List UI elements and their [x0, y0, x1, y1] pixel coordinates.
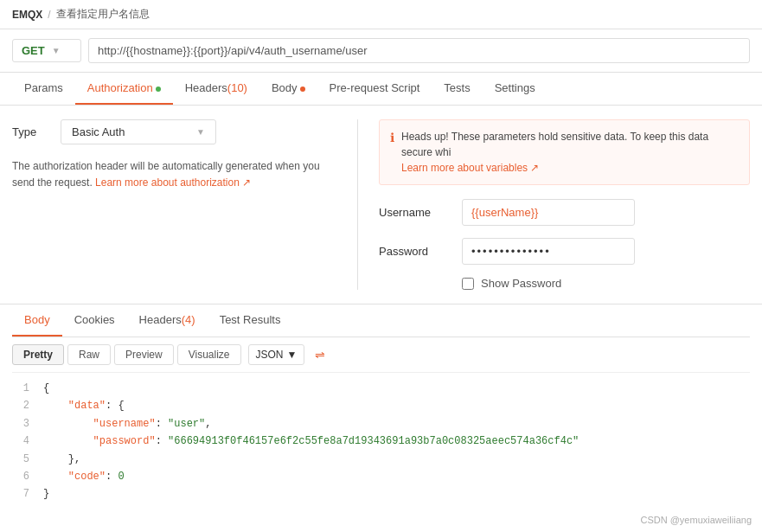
method-label: GET: [22, 44, 45, 57]
method-chevron-icon: ▼: [52, 46, 61, 55]
tab-tests[interactable]: Tests: [432, 73, 482, 105]
password-input[interactable]: [462, 238, 635, 265]
show-password-label: Show Password: [481, 277, 561, 290]
code-block: 1{2 "data": {3 "username": "user",4 "pas…: [12, 373, 750, 510]
info-content: Heads up! These parameters hold sensitiv…: [401, 129, 739, 176]
auth-left-panel: Type Basic Auth ▼ The authorization head…: [12, 119, 358, 290]
bottom-section: BodyCookiesHeaders(4)Test Results Pretty…: [0, 304, 762, 510]
request-tabs: ParamsAuthorizationHeaders(10)BodyPre-re…: [0, 73, 762, 106]
password-row: Password: [379, 238, 750, 265]
brand-label: EMQX: [12, 9, 42, 21]
code-line: 7}: [12, 485, 750, 503]
tab-headers[interactable]: Headers(10): [173, 73, 259, 105]
code-line: 5 },: [12, 451, 750, 468]
type-select-value: Basic Auth: [72, 125, 125, 138]
password-label: Password: [379, 245, 448, 258]
top-bar: EMQX / 查看指定用户名信息: [0, 0, 762, 29]
type-chevron-icon: ▼: [196, 127, 205, 137]
info-icon: ℹ: [390, 129, 394, 176]
bottom-tab-body[interactable]: Body: [12, 304, 62, 337]
username-input[interactable]: [462, 199, 635, 226]
line-content: "data": {: [43, 397, 125, 414]
tab-prerequest[interactable]: Pre-request Script: [317, 73, 432, 105]
main-content: Type Basic Auth ▼ The authorization head…: [0, 106, 762, 304]
code-line: 1{: [12, 380, 750, 397]
info-link[interactable]: Learn more about variables ↗: [401, 162, 539, 174]
code-line: 2 "data": {: [12, 397, 750, 414]
type-label: Type: [12, 125, 47, 138]
tab-settings[interactable]: Settings: [483, 73, 547, 105]
json-chevron-icon: ▼: [287, 349, 298, 361]
response-toolbar: PrettyRawPreviewVisualizeJSON ▼⇌: [12, 337, 750, 373]
line-content: "username": "user",: [43, 415, 211, 433]
bottom-tab-headers[interactable]: Headers(4): [127, 304, 208, 337]
line-num: 7: [12, 485, 29, 503]
bottom-tab-cookies[interactable]: Cookies: [62, 304, 127, 337]
line-num: 5: [12, 451, 29, 468]
line-num: 3: [12, 415, 29, 433]
code-line: 3 "username": "user",: [12, 415, 750, 433]
line-num: 1: [12, 380, 29, 397]
type-row: Type Basic Auth ▼: [12, 119, 340, 144]
line-content: "code": 0: [43, 468, 125, 485]
format-btn-preview[interactable]: Preview: [114, 344, 174, 365]
line-content: }: [43, 485, 49, 503]
line-content: {: [43, 380, 49, 397]
json-format-select[interactable]: JSON ▼: [248, 344, 305, 365]
line-num: 2: [12, 397, 29, 414]
auth-note: The authorization header will be automat…: [12, 158, 340, 191]
format-btn-raw[interactable]: Raw: [67, 344, 111, 365]
bottom-tabs: BodyCookiesHeaders(4)Test Results: [12, 304, 750, 337]
username-label: Username: [379, 206, 448, 219]
method-select[interactable]: GET ▼: [12, 39, 81, 62]
url-input[interactable]: [88, 38, 750, 63]
breadcrumb-path: 查看指定用户名信息: [56, 7, 150, 22]
bottom-tab-test_results[interactable]: Test Results: [208, 304, 293, 337]
code-line: 4 "password": "66694913f0f46157e6f2c55fe…: [12, 433, 750, 450]
breadcrumb-sep: /: [48, 9, 50, 21]
auth-learn-link[interactable]: Learn more about authorization ↗: [95, 176, 251, 189]
json-label: JSON: [256, 349, 284, 361]
watermark: CSDN @yemuxiaweiliiang: [640, 515, 752, 525]
tab-params[interactable]: Params: [12, 73, 75, 105]
auth-right-panel: ℹ Heads up! These parameters hold sensit…: [358, 119, 750, 290]
wrap-icon[interactable]: ⇌: [315, 348, 325, 362]
format-btn-pretty[interactable]: Pretty: [12, 344, 64, 365]
info-box: ℹ Heads up! These parameters hold sensit…: [379, 119, 750, 185]
line-content: },: [43, 451, 80, 468]
line-content: "password": "66694913f0f46157e6f2c55fe8a…: [43, 433, 579, 450]
line-num: 4: [12, 433, 29, 450]
code-line: 6 "code": 0: [12, 468, 750, 485]
format-btn-visualize[interactable]: Visualize: [177, 344, 241, 365]
show-password-checkbox[interactable]: [462, 278, 474, 290]
url-bar: GET ▼: [0, 29, 762, 73]
tab-body[interactable]: Body: [259, 73, 317, 105]
username-row: Username: [379, 199, 750, 226]
info-text: Heads up! These parameters hold sensitiv…: [401, 131, 708, 158]
show-password-row: Show Password: [462, 277, 750, 290]
type-select[interactable]: Basic Auth ▼: [61, 119, 216, 144]
line-num: 6: [12, 468, 29, 485]
tab-authorization[interactable]: Authorization: [75, 73, 173, 105]
